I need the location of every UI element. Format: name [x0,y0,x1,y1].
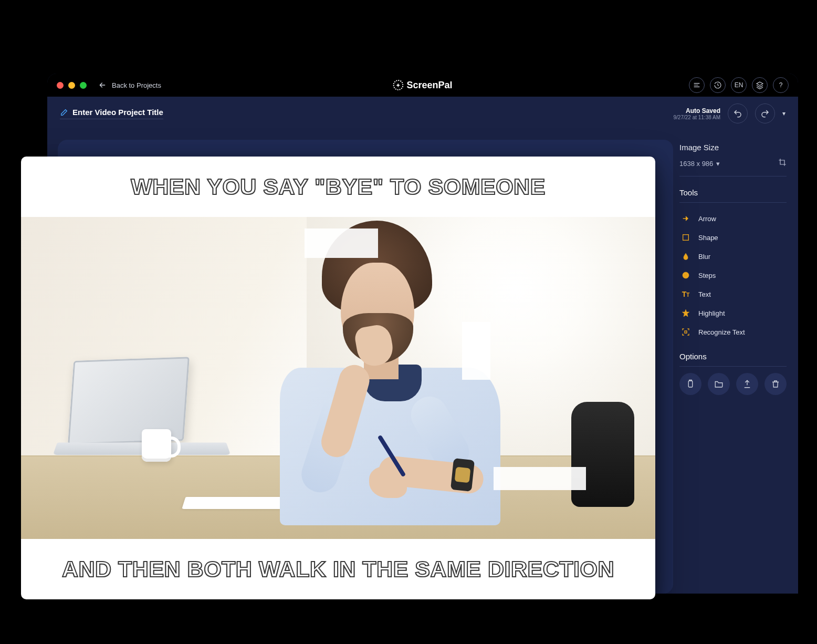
tool-label: Recognize Text [698,328,745,336]
brand-icon: ✦ [393,80,403,90]
stock-photo-scene [21,217,655,539]
image-size-value: 1638 x 986 [679,160,713,168]
project-title-input[interactable]: Enter Video Project Title [60,108,163,119]
tool-highlight[interactable]: Highlight [679,304,787,323]
text-icon: TT [680,289,691,299]
language-label: EN [735,81,743,89]
meme-bottom-text: AND THEN BOTH WALK IN THE SAME DIRECTION [62,556,614,582]
clipboard-button[interactable] [679,373,701,395]
brand-text: ScreenPal [406,80,452,91]
crop-button[interactable] [778,158,787,169]
svg-rect-0 [683,235,689,241]
image-size-header: Image Size [679,143,787,152]
arrow-left-icon [98,81,107,89]
folder-button[interactable] [708,373,730,395]
back-label: Back to Projects [112,81,161,89]
arrow-icon [680,213,691,224]
help-icon: ? [779,81,783,89]
tools-header: Tools [679,188,787,203]
tool-label: Arrow [698,215,716,223]
meme-bottom-bar: AND THEN BOTH WALK IN THE SAME DIRECTION [21,539,655,599]
blur-icon [680,251,691,262]
upload-icon [742,379,752,389]
tool-blur[interactable]: Blur [679,247,787,266]
tool-text[interactable]: TT Text [679,285,787,304]
back-button[interactable]: Back to Projects [98,81,161,89]
subheader-right: Auto Saved 9/27/22 at 11:38 AM ▾ [673,103,785,123]
clipboard-icon [686,379,695,389]
auto-saved-time: 9/27/22 at 11:38 AM [673,115,720,120]
auto-saved-label: Auto Saved [673,107,720,115]
folder-icon [714,379,724,389]
tool-recognize-text[interactable]: Recognize Text [679,323,787,341]
tool-label: Blur [698,253,710,261]
tool-label: Text [698,290,711,298]
side-panel: Image Size 1638 x 986 ▾ Tools Arrow Shap… [673,130,798,594]
window-traffic-lights[interactable] [57,82,87,89]
meme-top-bar: WHEN YOU SAY "BYE" TO SOMEONE [21,157,655,217]
brand-logo: ✦ ScreenPal [393,80,452,91]
options-header: Options [679,352,787,367]
options-row [679,373,787,395]
undo-icon [733,109,742,118]
steps-icon: 2 [680,270,691,281]
upload-button[interactable] [736,373,758,395]
more-dropdown[interactable]: ▾ [782,110,785,117]
history-button[interactable] [710,77,726,93]
save-status: Auto Saved 9/27/22 at 11:38 AM [673,107,720,120]
shape-icon [680,232,691,243]
layers-icon [756,81,764,89]
svg-text:2: 2 [685,273,687,278]
layers-button[interactable] [752,77,768,93]
tool-shape[interactable]: Shape [679,228,787,247]
subheader: Enter Video Project Title Auto Saved 9/2… [47,97,798,130]
tool-label: Highlight [698,309,725,317]
meme-top-text: WHEN YOU SAY "BYE" TO SOMEONE [131,174,546,200]
meme-image [21,217,655,539]
menu-lines-icon [693,81,701,89]
highlight-icon [680,308,691,318]
redo-icon [760,109,770,118]
meme-preview-card: WHEN YOU SAY "BYE" TO SOMEONE [21,157,655,599]
titlebar-actions: EN ? [689,77,789,93]
trash-icon [771,379,780,389]
project-title-placeholder: Enter Video Project Title [72,108,163,117]
edit-icon [60,108,68,117]
image-size-dropdown[interactable]: 1638 x 986 ▾ [679,160,720,168]
minimize-window-icon[interactable] [68,82,75,89]
chevron-down-icon: ▾ [716,160,720,168]
redo-button[interactable] [755,103,775,123]
tool-label: Shape [698,234,718,242]
tool-label: Steps [698,272,716,279]
language-button[interactable]: EN [731,77,747,93]
menu-button[interactable] [689,77,705,93]
titlebar: Back to Projects ✦ ScreenPal EN ? [47,74,798,97]
image-size-row: 1638 x 986 ▾ [679,158,787,176]
maximize-window-icon[interactable] [80,82,87,89]
recognize-text-icon [680,327,691,337]
close-window-icon[interactable] [57,82,64,89]
delete-button[interactable] [764,373,787,395]
crop-icon [778,158,787,167]
tool-steps[interactable]: 2 Steps [679,266,787,285]
svg-rect-3 [688,381,693,387]
tool-arrow[interactable]: Arrow [679,209,787,228]
history-icon [714,81,722,89]
undo-button[interactable] [728,103,748,123]
help-button[interactable]: ? [773,77,789,93]
